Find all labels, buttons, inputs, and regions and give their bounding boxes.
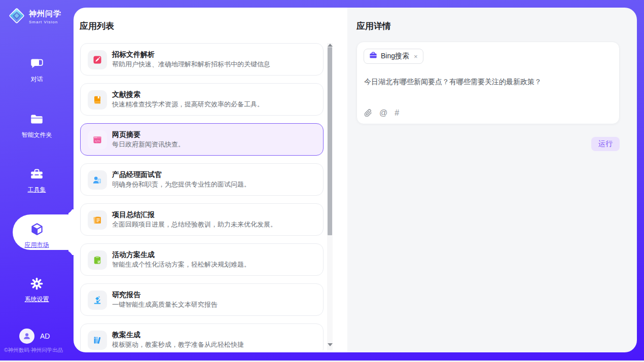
sidebar-item-label: 工具集 <box>28 186 46 194</box>
app-card-title: 文献搜索 <box>112 90 264 98</box>
app-card-desc: 模板驱动，教案秒成，教学准备从此轻松快捷 <box>112 341 244 349</box>
copyright-text: ©神州数码·神州问学出品 <box>4 347 63 354</box>
cube-icon <box>30 222 44 238</box>
interviewer-icon <box>88 170 107 190</box>
app-card-project-summary[interactable]: 项目总结汇报 全面回顾项目进展，总结经验教训，助力未来优化发展。 <box>80 203 324 236</box>
scrollbar-down-arrow-icon[interactable] <box>328 343 333 346</box>
app-list-panel: 应用列表 招标文件解析 帮助用户快速、准确地理解和解析招标书中的关键信息 <box>74 8 347 352</box>
briefcase-icon <box>369 51 377 61</box>
tag-close-icon[interactable]: × <box>414 53 418 60</box>
sidebar-item-app-market[interactable]: 应用市场 <box>0 222 74 249</box>
app-card-desc: 智能生成个性化活动方案，轻松解决规划难题。 <box>112 261 251 269</box>
browser-code-icon: </> <box>88 130 107 150</box>
app-card-title: 招标文件解析 <box>112 50 270 58</box>
brand-logo: 神州问学 Smart Vision <box>8 7 61 26</box>
user-avatar-icon <box>19 329 34 344</box>
app-detail-title: 应用详情 <box>356 20 391 32</box>
app-card-title: 教案生成 <box>112 331 244 339</box>
user-name: AD <box>40 332 50 340</box>
composer-card: Bing搜索 × 今日湖北有哪些新闻要点？有哪些需要关注的最新政策？ @ # <box>356 42 620 124</box>
sidebar-item-smart-folder[interactable]: 智能文件夹 <box>0 113 74 139</box>
app-card-title: 产品经理面试官 <box>112 170 251 178</box>
chat-icon <box>30 57 44 73</box>
app-list-title: 应用列表 <box>80 20 114 32</box>
scrollbar-thumb[interactable] <box>328 47 332 235</box>
sidebar-item-label: 应用市场 <box>25 241 49 249</box>
books-icon <box>88 331 107 350</box>
gear-icon <box>30 277 44 293</box>
sidebar: 神州问学 Smart Vision 对话 智能文件夹 <box>0 0 74 360</box>
app-card-desc: 快速精准查找学术资源，提高研究效率的必备工具。 <box>112 100 264 108</box>
app-card-title: 网页摘要 <box>112 130 185 138</box>
app-card-web-summary[interactable]: </> 网页摘要 每日政府新闻资讯快查。 <box>80 123 324 156</box>
app-frame: 神州问学 Smart Vision 对话 智能文件夹 <box>0 0 644 360</box>
sidebar-item-label: 智能文件夹 <box>22 131 52 139</box>
content-area: 应用列表 招标文件解析 帮助用户快速、准确地理解和解析招标书中的关键信息 <box>74 8 637 352</box>
tool-tag-label: Bing搜索 <box>381 52 409 61</box>
hash-icon[interactable]: # <box>395 109 399 117</box>
user-account[interactable]: AD <box>19 329 50 344</box>
microscope-icon <box>88 291 107 310</box>
app-detail-panel: 应用详情 Bing搜索 × 今日湖北有哪些新闻要点？有哪些需要关注的最新政策？ <box>347 8 637 352</box>
app-card-desc: 全面回顾项目进展，总结经验教训，助力未来优化发展。 <box>112 221 277 229</box>
sidebar-item-label: 对话 <box>31 75 43 84</box>
paperclip-icon[interactable] <box>364 109 372 117</box>
notes-icon <box>88 210 107 230</box>
app-card-title: 活动方案生成 <box>112 250 251 259</box>
scrollbar-up-arrow-icon[interactable] <box>328 44 333 47</box>
run-button[interactable]: 运行 <box>591 137 620 151</box>
app-card-research-report[interactable]: 研究报告 一键智能生成高质量长文本研究报告 <box>80 283 324 316</box>
toolbox-icon <box>30 167 44 183</box>
app-card-event-plan[interactable]: 活动方案生成 智能生成个性化活动方案，轻松解决规划难题。 <box>80 243 324 276</box>
sidebar-item-chat[interactable]: 对话 <box>0 57 74 84</box>
sidebar-item-label: 系统设置 <box>25 295 49 304</box>
app-card-desc: 帮助用户快速、准确地理解和解析招标书中的关键信息 <box>112 60 270 68</box>
app-list: 招标文件解析 帮助用户快速、准确地理解和解析招标书中的关键信息 文献搜索 <box>80 43 324 350</box>
app-card-pm-interviewer[interactable]: 产品经理面试官 明确身份和职责，为您提供专业性的面试问题。 <box>80 163 324 196</box>
tool-tag-bing-search[interactable]: Bing搜索 × <box>364 49 423 64</box>
query-input[interactable]: 今日湖北有哪些新闻要点？有哪些需要关注的最新政策？ <box>364 77 612 87</box>
app-card-desc: 每日政府新闻资讯快查。 <box>112 140 185 149</box>
svg-text:</>: </> <box>95 139 100 142</box>
composer-toolbar: @ # <box>364 109 399 117</box>
folder-icon <box>30 113 44 128</box>
app-card-title: 研究报告 <box>112 291 218 299</box>
sidebar-item-toolset[interactable]: 工具集 <box>0 167 74 194</box>
brand-name: 神州问学 <box>29 9 61 19</box>
app-card-title: 项目总结汇报 <box>112 210 277 219</box>
app-card-desc: 明确身份和职责，为您提供专业性的面试问题。 <box>112 180 251 189</box>
sidebar-item-settings[interactable]: 系统设置 <box>0 277 74 304</box>
app-card-desc: 一键智能生成高质量长文本研究报告 <box>112 301 218 309</box>
document-edit-icon <box>88 50 107 69</box>
at-icon[interactable]: @ <box>379 109 387 117</box>
app-list-scrollbar[interactable] <box>327 43 333 350</box>
brand-diamond-icon <box>8 7 25 26</box>
app-card-lesson-plan[interactable]: 教案生成 模板驱动，教案秒成，教学准备从此轻松快捷 <box>80 323 324 350</box>
brand-subtitle: Smart Vision <box>29 20 61 24</box>
app-card-bid-document-parsing[interactable]: 招标文件解析 帮助用户快速、准确地理解和解析招标书中的关键信息 <box>80 43 324 76</box>
clipboard-check-icon <box>88 250 107 270</box>
app-card-literature-search[interactable]: 文献搜索 快速精准查找学术资源，提高研究效率的必备工具。 <box>80 83 324 116</box>
book-icon <box>88 90 107 110</box>
